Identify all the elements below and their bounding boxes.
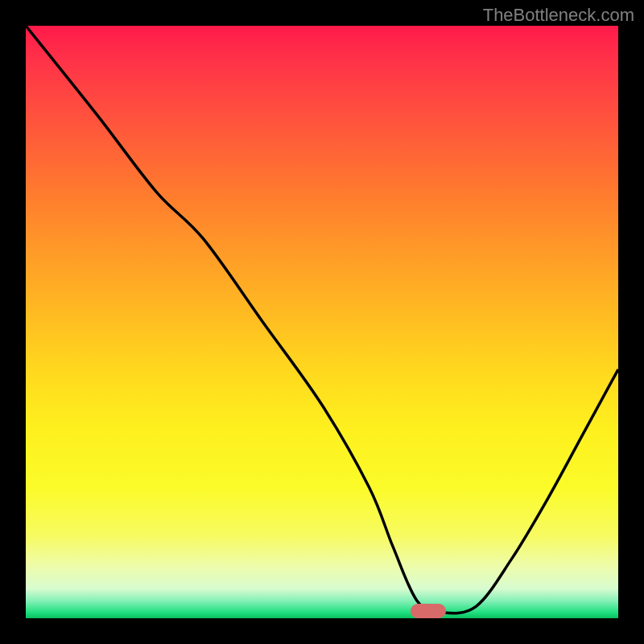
watermark-text: TheBottleneck.com [483,5,634,26]
optimal-marker [411,604,446,618]
plot-area [26,26,618,618]
bottleneck-curve [26,26,618,618]
curve-path [26,26,618,613]
